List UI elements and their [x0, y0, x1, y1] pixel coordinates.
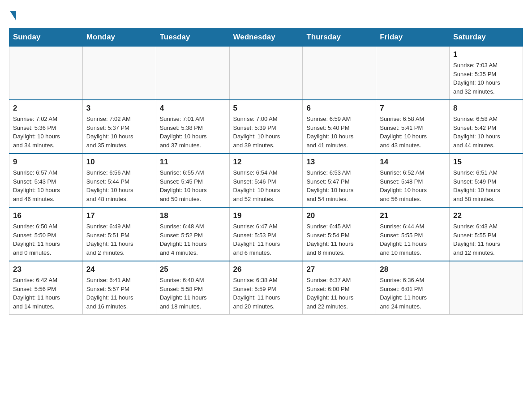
day-of-week-header: Sunday: [9, 28, 83, 47]
day-number: 9: [13, 158, 79, 167]
day-of-week-header: Monday: [82, 28, 156, 47]
day-number: 18: [160, 211, 226, 220]
calendar-cell: 28Sunrise: 6:36 AM Sunset: 6:01 PM Dayli…: [376, 261, 450, 315]
day-info: Sunrise: 6:49 AM Sunset: 5:51 PM Dayligh…: [86, 223, 133, 256]
day-info: Sunrise: 7:00 AM Sunset: 5:39 PM Dayligh…: [233, 116, 280, 149]
calendar-cell: [229, 47, 303, 100]
calendar-cell: 8Sunrise: 6:58 AM Sunset: 5:42 PM Daylig…: [450, 100, 523, 154]
day-of-week-header: Wednesday: [229, 28, 303, 47]
logo: [9, 9, 16, 19]
day-number: 10: [86, 158, 152, 167]
calendar-cell: 9Sunrise: 6:57 AM Sunset: 5:43 PM Daylig…: [9, 154, 83, 207]
day-info: Sunrise: 6:58 AM Sunset: 5:41 PM Dayligh…: [380, 116, 427, 149]
day-info: Sunrise: 7:01 AM Sunset: 5:38 PM Dayligh…: [160, 116, 207, 149]
calendar-week-row: 9Sunrise: 6:57 AM Sunset: 5:43 PM Daylig…: [9, 154, 523, 207]
day-number: 2: [13, 104, 79, 113]
day-info: Sunrise: 6:54 AM Sunset: 5:46 PM Dayligh…: [233, 169, 280, 202]
day-number: 24: [86, 265, 152, 274]
calendar-cell: [9, 47, 83, 100]
calendar-cell: 13Sunrise: 6:53 AM Sunset: 5:47 PM Dayli…: [303, 154, 376, 207]
calendar-cell: 23Sunrise: 6:42 AM Sunset: 5:56 PM Dayli…: [9, 261, 83, 315]
calendar-cell: 5Sunrise: 7:00 AM Sunset: 5:39 PM Daylig…: [229, 100, 303, 154]
day-info: Sunrise: 6:44 AM Sunset: 5:55 PM Dayligh…: [380, 223, 427, 256]
calendar-week-row: 23Sunrise: 6:42 AM Sunset: 5:56 PM Dayli…: [9, 261, 523, 315]
day-info: Sunrise: 6:57 AM Sunset: 5:43 PM Dayligh…: [13, 169, 60, 202]
calendar-cell: 26Sunrise: 6:38 AM Sunset: 5:59 PM Dayli…: [229, 261, 303, 315]
calendar-cell: 24Sunrise: 6:41 AM Sunset: 5:57 PM Dayli…: [82, 261, 156, 315]
calendar-cell: 15Sunrise: 6:51 AM Sunset: 5:49 PM Dayli…: [450, 154, 523, 207]
calendar-cell: 27Sunrise: 6:37 AM Sunset: 6:00 PM Dayli…: [303, 261, 376, 315]
day-info: Sunrise: 6:42 AM Sunset: 5:56 PM Dayligh…: [13, 277, 60, 310]
calendar-header-row: SundayMondayTuesdayWednesdayThursdayFrid…: [9, 28, 523, 47]
day-info: Sunrise: 6:37 AM Sunset: 6:00 PM Dayligh…: [306, 277, 353, 310]
calendar-week-row: 2Sunrise: 7:02 AM Sunset: 5:36 PM Daylig…: [9, 100, 523, 154]
calendar-cell: [82, 47, 156, 100]
calendar-table: SundayMondayTuesdayWednesdayThursdayFrid…: [9, 28, 523, 315]
day-number: 16: [13, 211, 79, 220]
calendar-cell: 12Sunrise: 6:54 AM Sunset: 5:46 PM Dayli…: [229, 154, 303, 207]
day-info: Sunrise: 6:55 AM Sunset: 5:45 PM Dayligh…: [160, 169, 207, 202]
day-info: Sunrise: 6:51 AM Sunset: 5:49 PM Dayligh…: [453, 169, 500, 202]
day-number: 22: [453, 211, 519, 220]
day-info: Sunrise: 6:43 AM Sunset: 5:55 PM Dayligh…: [453, 223, 500, 256]
calendar-cell: 18Sunrise: 6:48 AM Sunset: 5:52 PM Dayli…: [156, 207, 229, 261]
day-number: 14: [380, 158, 446, 167]
day-number: 26: [233, 265, 299, 274]
calendar-cell: 2Sunrise: 7:02 AM Sunset: 5:36 PM Daylig…: [9, 100, 83, 154]
day-info: Sunrise: 6:48 AM Sunset: 5:52 PM Dayligh…: [160, 223, 207, 256]
calendar-cell: 10Sunrise: 6:56 AM Sunset: 5:44 PM Dayli…: [82, 154, 156, 207]
day-info: Sunrise: 6:36 AM Sunset: 6:01 PM Dayligh…: [380, 277, 427, 310]
day-number: 5: [233, 104, 299, 113]
day-info: Sunrise: 6:53 AM Sunset: 5:47 PM Dayligh…: [306, 169, 353, 202]
day-info: Sunrise: 6:38 AM Sunset: 5:59 PM Dayligh…: [233, 277, 280, 310]
calendar-cell: [303, 47, 376, 100]
calendar-cell: [450, 261, 523, 315]
day-number: 12: [233, 158, 299, 167]
day-info: Sunrise: 7:03 AM Sunset: 5:35 PM Dayligh…: [453, 62, 500, 95]
calendar-week-row: 16Sunrise: 6:50 AM Sunset: 5:50 PM Dayli…: [9, 207, 523, 261]
calendar-cell: 3Sunrise: 7:02 AM Sunset: 5:37 PM Daylig…: [82, 100, 156, 154]
calendar-cell: 1Sunrise: 7:03 AM Sunset: 5:35 PM Daylig…: [450, 47, 523, 100]
day-info: Sunrise: 6:47 AM Sunset: 5:53 PM Dayligh…: [233, 223, 280, 256]
day-number: 23: [13, 265, 79, 274]
calendar-cell: 4Sunrise: 7:01 AM Sunset: 5:38 PM Daylig…: [156, 100, 229, 154]
calendar-cell: 19Sunrise: 6:47 AM Sunset: 5:53 PM Dayli…: [229, 207, 303, 261]
calendar-cell: 14Sunrise: 6:52 AM Sunset: 5:48 PM Dayli…: [376, 154, 450, 207]
day-of-week-header: Tuesday: [156, 28, 229, 47]
calendar-cell: 21Sunrise: 6:44 AM Sunset: 5:55 PM Dayli…: [376, 207, 450, 261]
day-of-week-header: Thursday: [303, 28, 376, 47]
calendar-cell: 25Sunrise: 6:40 AM Sunset: 5:58 PM Dayli…: [156, 261, 229, 315]
day-number: 17: [86, 211, 152, 220]
day-number: 4: [160, 104, 226, 113]
day-number: 3: [86, 104, 152, 113]
day-number: 8: [453, 104, 519, 113]
day-number: 28: [380, 265, 446, 274]
calendar-cell: 7Sunrise: 6:58 AM Sunset: 5:41 PM Daylig…: [376, 100, 450, 154]
calendar-cell: [376, 47, 450, 100]
day-info: Sunrise: 6:41 AM Sunset: 5:57 PM Dayligh…: [86, 277, 133, 310]
calendar-cell: [156, 47, 229, 100]
calendar-cell: 17Sunrise: 6:49 AM Sunset: 5:51 PM Dayli…: [82, 207, 156, 261]
day-number: 13: [306, 158, 372, 167]
day-number: 19: [233, 211, 299, 220]
day-number: 15: [453, 158, 519, 167]
day-info: Sunrise: 6:45 AM Sunset: 5:54 PM Dayligh…: [306, 223, 353, 256]
calendar-week-row: 1Sunrise: 7:03 AM Sunset: 5:35 PM Daylig…: [9, 47, 523, 100]
calendar-cell: 6Sunrise: 6:59 AM Sunset: 5:40 PM Daylig…: [303, 100, 376, 154]
calendar-cell: 11Sunrise: 6:55 AM Sunset: 5:45 PM Dayli…: [156, 154, 229, 207]
day-number: 11: [160, 158, 226, 167]
day-info: Sunrise: 6:58 AM Sunset: 5:42 PM Dayligh…: [453, 116, 500, 149]
day-number: 20: [306, 211, 372, 220]
day-info: Sunrise: 6:56 AM Sunset: 5:44 PM Dayligh…: [86, 169, 133, 202]
page-header: [9, 9, 523, 19]
day-info: Sunrise: 6:40 AM Sunset: 5:58 PM Dayligh…: [160, 277, 207, 310]
day-info: Sunrise: 6:50 AM Sunset: 5:50 PM Dayligh…: [13, 223, 60, 256]
day-number: 1: [453, 50, 519, 59]
calendar-cell: 16Sunrise: 6:50 AM Sunset: 5:50 PM Dayli…: [9, 207, 83, 261]
day-of-week-header: Saturday: [450, 28, 523, 47]
day-number: 21: [380, 211, 446, 220]
day-number: 7: [380, 104, 446, 113]
day-info: Sunrise: 7:02 AM Sunset: 5:36 PM Dayligh…: [13, 116, 60, 149]
day-info: Sunrise: 7:02 AM Sunset: 5:37 PM Dayligh…: [86, 116, 133, 149]
day-number: 25: [160, 265, 226, 274]
